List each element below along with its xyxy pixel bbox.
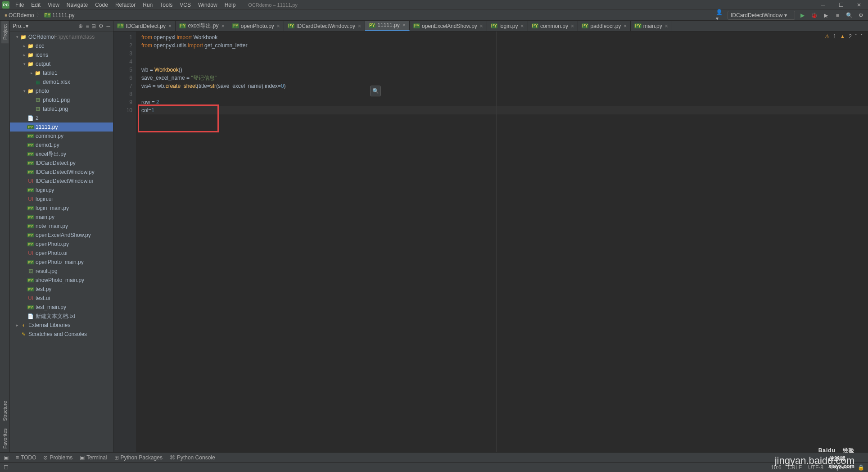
search-lens-widget[interactable]: 🔍 (370, 86, 381, 96)
settings-button[interactable]: ⚙ (856, 11, 865, 20)
project-view-select[interactable]: Pro...▾ (13, 23, 28, 29)
code-line-2[interactable]: from openpyxl.utils import get_column_le… (141, 41, 868, 50)
hide-panel-icon[interactable]: ─ (106, 23, 110, 29)
select-opened-file-icon[interactable]: ⊕ (78, 23, 83, 29)
tree-item-IDCardDetectWindow.ui[interactable]: UIIDCardDetectWindow.ui (10, 177, 113, 186)
menu-help[interactable]: Help (221, 0, 240, 9)
code-line-10[interactable]: col=1 (141, 106, 868, 114)
tree-item-table1[interactable]: ▸📁table1 (10, 68, 113, 77)
problems-tool[interactable]: ⊘ Problems (43, 454, 72, 461)
code-line-7[interactable]: ws4 = wb.create_sheet(title=str(save_exc… (141, 82, 868, 90)
menu-refactor[interactable]: Refactor (112, 0, 139, 9)
tree-item-demo1.xlsx[interactable]: ▦demo1.xlsx (10, 77, 113, 86)
tree-item-11111.py[interactable]: PY11111.py (10, 123, 113, 132)
close-icon[interactable]: × (665, 23, 668, 29)
tree-item-icons[interactable]: ▸📁icons (10, 50, 113, 59)
menu-window[interactable]: Window (194, 0, 221, 9)
tree-item-doc[interactable]: ▸📁doc (10, 41, 113, 50)
run-with-coverage-button[interactable]: ▶̤ (821, 11, 830, 20)
chevron-up-icon[interactable]: ˆ (855, 33, 857, 40)
tree-item-login_main.py[interactable]: PYlogin_main.py (10, 204, 113, 213)
python-packages-tool[interactable]: ⊞ Python Packages (114, 454, 163, 461)
tab-excel导出.py[interactable]: PYexcel导出.py× (176, 21, 228, 31)
tree-item-login.ui[interactable]: UIlogin.ui (10, 195, 113, 204)
menu-code[interactable]: Code (91, 0, 112, 9)
code-line-3[interactable] (141, 50, 868, 58)
tree-item-openPhoto.py[interactable]: PYopenPhoto.py (10, 240, 113, 249)
debug-button[interactable]: 🐞 (809, 11, 818, 20)
code-line-4[interactable] (141, 58, 868, 66)
tab-common.py[interactable]: PYcommon.py× (528, 21, 578, 31)
stop-button[interactable]: ■ (833, 11, 842, 20)
close-icon[interactable]: × (480, 23, 483, 29)
menu-edit[interactable]: Edit (27, 0, 44, 9)
menu-file[interactable]: File (12, 0, 27, 9)
tree-item-output[interactable]: ▾📁output (10, 59, 113, 68)
code-line-1[interactable]: from openpyxl import Workbook (141, 33, 868, 41)
tab-paddleocr.py[interactable]: PYpaddleocr.py× (578, 21, 631, 31)
tree-item-2[interactable]: 📄2 (10, 113, 113, 123)
todo-tool[interactable]: ≡ TODO (16, 454, 36, 461)
menu-tools[interactable]: Tools (156, 0, 176, 9)
code-area[interactable]: ⚠1 ▲2 ˆ ˇ from openpyxl import Workbookf… (136, 32, 868, 452)
menu-vcs[interactable]: VCS (176, 0, 194, 9)
project-tool-tab[interactable]: Project (1, 21, 9, 43)
tree-item-table1.png[interactable]: 🖼table1.png (10, 104, 113, 113)
read-only-toggle[interactable]: 🔒 (858, 464, 864, 471)
run-button[interactable]: ▶ (798, 11, 807, 20)
tree-item-test_main.py[interactable]: PYtest_main.py (10, 303, 113, 312)
menu-navigate[interactable]: Navigate (63, 0, 91, 9)
tree-item-test.ui[interactable]: UItest.ui (10, 294, 113, 303)
breadcrumb-file[interactable]: PY 11111.py (42, 11, 77, 19)
tree-item-新建文本文档.txt[interactable]: 📄新建文本文档.txt (10, 312, 113, 321)
close-icon[interactable]: × (571, 23, 574, 29)
terminal-tool[interactable]: ▣ Terminal (80, 454, 107, 461)
project-tree[interactable]: ▾📁OCRdemo F:\pycharm\class▸📁doc▸📁icons▾📁… (10, 32, 113, 452)
tree-item-showPhoto_main.py[interactable]: PYshowPhoto_main.py (10, 276, 113, 285)
code-line-9[interactable]: row = 2 (141, 98, 868, 106)
tree-item-openPhoto_main.py[interactable]: PYopenPhoto_main.py (10, 258, 113, 267)
tree-item-openPhoto.ui[interactable]: UIopenPhoto.ui (10, 249, 113, 258)
close-button[interactable]: ✕ (850, 0, 868, 10)
line-separator[interactable]: CRLF (788, 464, 802, 471)
menu-run[interactable]: Run (139, 0, 156, 9)
close-icon[interactable]: × (221, 23, 224, 29)
tree-item-excel导出.py[interactable]: PYexcel导出.py (10, 150, 113, 159)
collapse-all-icon[interactable]: ⊟ (91, 23, 96, 29)
tree-item-demo1.py[interactable]: PYdemo1.py (10, 141, 113, 150)
structure-tool-tab[interactable]: Structure (1, 397, 9, 425)
close-icon[interactable]: × (277, 23, 280, 29)
inspection-widget[interactable]: ⚠1 ▲2 ˆ ˇ (825, 33, 863, 40)
settings-icon[interactable]: ⚙ (99, 23, 104, 29)
tab-IDCardDetect.py[interactable]: PYIDCardDetect.py× (113, 21, 176, 31)
code-line-6[interactable]: save_excel_name = "登记信息" (141, 74, 868, 82)
close-icon[interactable]: × (521, 23, 524, 29)
tab-login.py[interactable]: PYlogin.py× (487, 21, 528, 31)
tab-openPhoto.py[interactable]: PYopenPhoto.py× (228, 21, 284, 31)
tab-IDCardDetectWindow.py[interactable]: PYIDCardDetectWindow.py× (284, 21, 365, 31)
close-icon[interactable]: × (402, 22, 406, 28)
chevron-down-icon[interactable]: ˇ (861, 33, 863, 40)
window-icon[interactable]: ▣ (4, 454, 9, 461)
tree-item-login.py[interactable]: PYlogin.py (10, 186, 113, 195)
search-everywhere-button[interactable]: 🔍 (845, 11, 854, 20)
close-icon[interactable]: × (358, 23, 361, 29)
user-icon[interactable]: 👤▾ (716, 11, 725, 20)
expand-all-icon[interactable]: ≡ (86, 23, 89, 29)
tree-item-photo1.png[interactable]: 🖼photo1.png (10, 95, 113, 104)
tab-main.py[interactable]: PYmain.py× (631, 21, 672, 31)
close-icon[interactable]: × (168, 23, 172, 29)
tree-item-result.jpg[interactable]: 🖼result.jpg (10, 267, 113, 276)
tree-item-openExcelAndShow.py[interactable]: PYopenExcelAndShow.py (10, 231, 113, 240)
minimize-button[interactable]: ─ (814, 0, 832, 10)
maximize-button[interactable]: ☐ (832, 0, 850, 10)
tab-openExcelAndShow.py[interactable]: PYopenExcelAndShow.py× (410, 21, 487, 31)
tree-item-photo[interactable]: ▾📁photo (10, 86, 113, 95)
close-icon[interactable]: × (624, 23, 627, 29)
tree-item-OCRdemo[interactable]: ▾📁OCRdemo F:\pycharm\class (10, 32, 113, 41)
editor-body[interactable]: 12345678910 ⚠1 ▲2 ˆ ˇ from openpyxl impo… (113, 32, 868, 452)
tree-item-test.py[interactable]: PYtest.py (10, 285, 113, 294)
python-console-tool[interactable]: ⌘ Python Console (170, 454, 215, 461)
caret-position[interactable]: 10:6 (771, 464, 781, 471)
tree-item-IDCardDetectWindow.py[interactable]: PYIDCardDetectWindow.py (10, 168, 113, 177)
